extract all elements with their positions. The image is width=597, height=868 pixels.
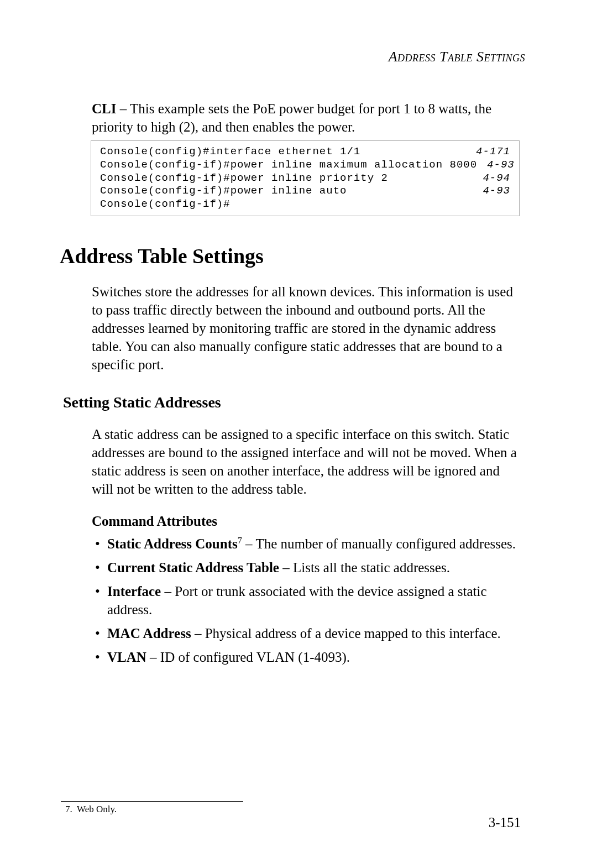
code-cmd: Console(config)#interface ethernet 1/1 bbox=[100, 145, 360, 159]
section-heading: Address Table Settings bbox=[60, 244, 520, 268]
section-body: Switches store the addresses for all kno… bbox=[92, 283, 520, 374]
list-item: MAC Address – Physical address of a devi… bbox=[92, 624, 520, 642]
cli-intro-text: – This example sets the PoE power budget… bbox=[92, 101, 491, 134]
code-cmd: Console(config-if)#power inline maximum … bbox=[100, 159, 477, 172]
list-item: Current Static Address Table – Lists all… bbox=[92, 558, 520, 577]
code-line: Console(config)#interface ethernet 1/1 4… bbox=[100, 145, 510, 159]
code-ref: 4-171 bbox=[466, 145, 510, 159]
subsection-para: A static address can be assigned to a sp… bbox=[92, 425, 520, 498]
subsection-heading: Setting Static Addresses bbox=[63, 394, 520, 411]
code-ref: 4-93 bbox=[473, 185, 510, 198]
attr-desc: – Lists all the static addresses. bbox=[279, 560, 450, 575]
page: Address Table Settings CLI – This exampl… bbox=[0, 0, 597, 868]
cli-code-block: Console(config)#interface ethernet 1/1 4… bbox=[91, 140, 520, 216]
subsection-body: A static address can be assigned to a sp… bbox=[92, 425, 520, 666]
code-ref: 4-94 bbox=[473, 172, 510, 185]
attr-desc: – Physical address of a device mapped to… bbox=[191, 626, 501, 641]
footnote: 7. Web Only. bbox=[65, 804, 117, 815]
cli-intro-block: CLI – This example sets the PoE power bu… bbox=[92, 100, 520, 136]
footnote-text: Web Only. bbox=[77, 804, 117, 814]
code-cmd: Console(config-if)# bbox=[100, 198, 231, 211]
code-cmd: Console(config-if)#power inline auto bbox=[100, 185, 347, 198]
attr-desc: – ID of configured VLAN (1-4093). bbox=[146, 650, 350, 665]
running-header: Address Table Settings bbox=[60, 49, 525, 65]
code-line: Console(config-if)#power inline priority… bbox=[100, 172, 510, 185]
list-item: Static Address Counts7 – The number of m… bbox=[92, 535, 520, 553]
section-para: Switches store the addresses for all kno… bbox=[92, 283, 520, 374]
code-cmd: Console(config-if)#power inline priority… bbox=[100, 172, 388, 185]
attr-term: MAC Address bbox=[107, 626, 191, 641]
attribute-list: Static Address Counts7 – The number of m… bbox=[92, 535, 520, 666]
code-ref: 4-93 bbox=[477, 159, 515, 172]
attr-desc: – The number of manually configured addr… bbox=[242, 536, 516, 551]
cli-label: CLI bbox=[92, 101, 116, 116]
attr-desc: – Port or trunk associated with the devi… bbox=[107, 584, 487, 617]
attr-term: Static Address Counts bbox=[107, 536, 238, 551]
attr-term: Current Static Address Table bbox=[107, 560, 279, 575]
page-number: 3-151 bbox=[489, 815, 521, 830]
attr-term: VLAN bbox=[107, 650, 146, 665]
attr-term: Interface bbox=[107, 584, 161, 599]
cli-intro: CLI – This example sets the PoE power bu… bbox=[92, 100, 520, 136]
attr-sup: 7 bbox=[238, 535, 242, 545]
list-item: Interface – Port or trunk associated wit… bbox=[92, 582, 520, 619]
list-item: VLAN – ID of configured VLAN (1-4093). bbox=[92, 648, 520, 666]
code-line: Console(config-if)#power inline auto 4-9… bbox=[100, 185, 510, 198]
code-line: Console(config-if)# bbox=[100, 198, 510, 211]
footnote-marker: 7. bbox=[65, 804, 72, 814]
code-line: Console(config-if)#power inline maximum … bbox=[100, 159, 510, 172]
command-attributes-heading: Command Attributes bbox=[92, 514, 520, 529]
code-ref bbox=[500, 198, 510, 211]
footnote-rule bbox=[61, 801, 243, 802]
